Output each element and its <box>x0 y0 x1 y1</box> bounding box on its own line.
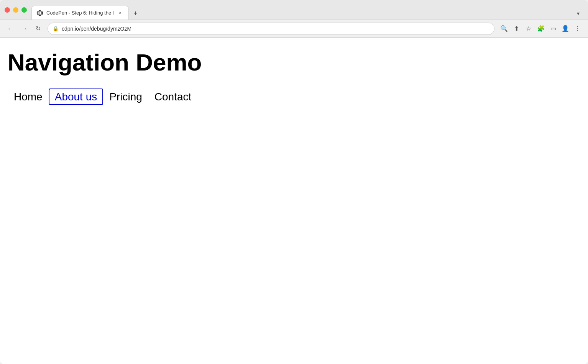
close-window-button[interactable] <box>5 7 10 13</box>
forward-icon: → <box>21 25 27 32</box>
reload-icon: ↻ <box>36 25 41 32</box>
nav-actions: 🔍 ⬆ ☆ 🧩 ▭ 👤 ⋮ <box>498 23 583 34</box>
browser-window: CodePen - Step 6: Hiding the l × + ▾ ← →… <box>0 0 588 364</box>
new-tab-button[interactable]: + <box>130 8 141 19</box>
bookmark-button[interactable]: ☆ <box>523 23 534 34</box>
profile-button[interactable]: 👤 <box>560 23 571 34</box>
title-bar: CodePen - Step 6: Hiding the l × + ▾ <box>0 0 588 20</box>
navigation-bar: ← → ↻ 🔒 🔍 ⬆ ☆ 🧩 ▭ <box>0 20 588 38</box>
tab-close-button[interactable]: × <box>117 10 124 16</box>
tab-bar: CodePen - Step 6: Hiding the l × + ▾ <box>31 0 583 20</box>
search-icon: 🔍 <box>500 25 508 32</box>
search-button[interactable]: 🔍 <box>498 23 510 34</box>
active-tab[interactable]: CodePen - Step 6: Hiding the l × <box>31 6 129 20</box>
more-options-icon: ⋮ <box>575 25 581 32</box>
bookmark-icon: ☆ <box>526 25 531 32</box>
nav-links: HomeAbout usPricingContact <box>8 91 580 103</box>
back-icon: ← <box>7 25 13 32</box>
reload-button[interactable]: ↻ <box>32 23 44 34</box>
extensions-button[interactable]: 🧩 <box>535 23 547 34</box>
address-bar-input[interactable] <box>62 26 489 32</box>
minimize-window-button[interactable] <box>13 7 18 13</box>
nav-link-contact[interactable]: Contact <box>148 89 198 105</box>
maximize-window-button[interactable] <box>21 7 27 13</box>
lock-icon: 🔒 <box>53 26 59 31</box>
nav-link-home[interactable]: Home <box>8 89 49 105</box>
share-icon: ⬆ <box>514 25 519 32</box>
share-button[interactable]: ⬆ <box>511 23 522 34</box>
codepen-tab-icon <box>36 10 43 16</box>
nav-link-about-us[interactable]: About us <box>49 89 103 105</box>
nav-link-pricing[interactable]: Pricing <box>103 89 148 105</box>
sidebar-icon: ▭ <box>550 25 556 32</box>
back-button[interactable]: ← <box>5 23 16 34</box>
menu-button[interactable]: ⋮ <box>572 23 583 34</box>
forward-button[interactable]: → <box>18 23 30 34</box>
profile-icon: 👤 <box>562 25 569 32</box>
page-content: Navigation Demo HomeAbout usPricingConta… <box>0 38 588 364</box>
page-title: Navigation Demo <box>8 49 580 75</box>
traffic-lights <box>5 7 27 13</box>
address-bar-container[interactable]: 🔒 <box>48 23 494 35</box>
nav-links-list: HomeAbout usPricingContact <box>8 91 580 103</box>
tab-expand-button[interactable]: ▾ <box>573 8 583 19</box>
tab-title: CodePen - Step 6: Hiding the l <box>46 10 114 16</box>
sidebar-button[interactable]: ▭ <box>547 23 559 34</box>
extensions-icon: 🧩 <box>537 25 545 32</box>
